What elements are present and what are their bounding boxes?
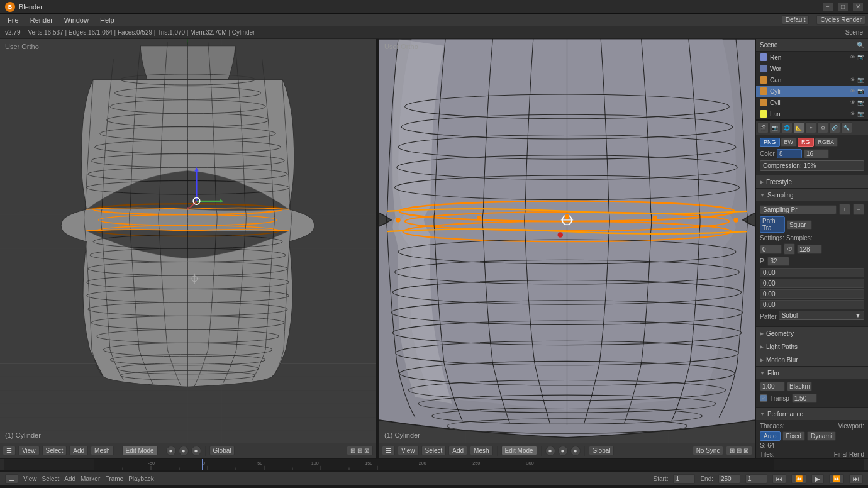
outliner-item-cyli1[interactable]: Cyli 👁 📷 xyxy=(756,86,868,97)
play-back-btn[interactable]: ⏪ xyxy=(791,474,806,484)
compression-btn[interactable]: Compression: 15% xyxy=(760,160,864,171)
play-forward-btn[interactable]: ⏩ xyxy=(829,474,844,484)
vp-right-mesh-btn[interactable]: Mesh xyxy=(470,446,492,455)
vp-left-circle1[interactable]: ● xyxy=(166,446,176,456)
vp-right-global-btn[interactable]: Global xyxy=(589,446,615,455)
vp-left-view-btn[interactable]: View xyxy=(18,446,40,455)
vp-right-icons-btn[interactable]: ⊞ ⊟ ⊠ xyxy=(726,446,752,455)
statusbar-select[interactable]: Select xyxy=(42,475,60,482)
vp-right-editmode-btn[interactable]: Edit Mode xyxy=(501,446,537,455)
sampling-header[interactable]: ▼ Sampling xyxy=(756,189,868,201)
film-transp-cb[interactable]: ✓ xyxy=(760,394,767,402)
sample-s1[interactable]: 0 xyxy=(760,245,782,254)
vp-right-c3[interactable]: ● xyxy=(570,446,581,456)
squar-btn[interactable]: Squar xyxy=(787,220,812,230)
props-tab-modifiers[interactable]: 🔧 xyxy=(841,122,852,133)
vp-right-view-btn[interactable]: View xyxy=(398,446,419,455)
sample-128[interactable]: 128 xyxy=(797,245,822,254)
outliner-item-ren[interactable]: Ren 👁 📷 xyxy=(756,52,868,63)
outliner-item-cyli2[interactable]: Cyli 👁 📷 xyxy=(756,97,868,108)
vp-right-c1[interactable]: ● xyxy=(545,446,555,456)
val-4[interactable]: 0.00 xyxy=(760,300,864,309)
p-value[interactable]: 32 xyxy=(767,257,789,266)
viewport-dynamic-btn[interactable]: Dynami xyxy=(807,431,836,441)
film-exposure[interactable]: 1.00 xyxy=(760,382,785,391)
val-2[interactable]: 0.00 xyxy=(760,279,864,288)
geometry-header[interactable]: ▶ Geometry xyxy=(756,327,868,340)
props-tab-object[interactable]: 📐 xyxy=(793,122,804,133)
play-jump-start-btn[interactable]: ⏮ xyxy=(772,474,786,484)
output-tab-rgba[interactable]: RGBA xyxy=(815,138,838,147)
threads-fixed-btn[interactable]: Fixed xyxy=(782,431,805,441)
statusbar-add[interactable]: Add xyxy=(64,475,75,482)
menu-item-window[interactable]: Window xyxy=(59,15,94,25)
minimize-button[interactable]: − xyxy=(823,3,833,11)
vp-left-select-btn[interactable]: Select xyxy=(42,446,67,455)
color-value2[interactable]: 16 xyxy=(804,149,829,158)
sampling-type-dropdown[interactable]: Sampling Pr xyxy=(760,205,837,214)
render-engine-dropdown[interactable]: Cycles Render xyxy=(816,15,865,25)
vp-right-menu-btn[interactable]: ☰ xyxy=(382,446,395,455)
vp-right-select-btn[interactable]: Select xyxy=(421,446,447,455)
play-btn[interactable]: ▶ xyxy=(811,474,824,484)
vp-left-circle2[interactable]: ● xyxy=(179,446,189,456)
outliner-item-can[interactable]: Can 👁 📷 xyxy=(756,74,868,86)
end-value[interactable]: 250 xyxy=(718,474,740,484)
vp-right-nosync-btn[interactable]: No Sync xyxy=(693,446,724,455)
vp-left-editmode-btn[interactable]: Edit Mode xyxy=(122,446,158,455)
statusbar-marker[interactable]: Marker xyxy=(81,475,100,482)
vp-right-add-btn[interactable]: Add xyxy=(448,446,467,455)
threads-auto-btn[interactable]: Auto xyxy=(760,431,781,441)
props-tab-physics[interactable]: ⚙ xyxy=(817,122,828,133)
light-paths-header[interactable]: ▶ Light Paths xyxy=(756,340,868,353)
vp-left-global-btn[interactable]: Global xyxy=(209,446,235,455)
color-value1[interactable]: 8 xyxy=(777,149,802,158)
right-viewport[interactable]: User Ortho xyxy=(379,39,755,458)
vp-left-menu-btn[interactable]: ☰ xyxy=(3,446,16,455)
props-tab-render[interactable]: 🎬 xyxy=(757,122,769,133)
pattern-dropdown[interactable]: Sobol ▼ xyxy=(779,311,864,320)
vp-left-mesh-btn[interactable]: Mesh xyxy=(91,446,113,455)
maximize-button[interactable]: □ xyxy=(838,3,848,11)
motion-blur-header[interactable]: ▶ Motion Blur xyxy=(756,353,868,366)
statusbar-playback[interactable]: Playback xyxy=(128,475,154,482)
current-frame[interactable]: 1 xyxy=(745,474,767,484)
val-1[interactable]: 0.00 xyxy=(760,268,864,277)
play-jump-end-btn[interactable]: ⏭ xyxy=(849,474,863,484)
statusbar-menu-btn[interactable]: ☰ xyxy=(5,474,18,484)
props-tab-scene[interactable]: 📷 xyxy=(769,122,781,133)
output-tab-rg[interactable]: RG xyxy=(798,138,814,147)
output-tab-png[interactable]: PNG xyxy=(760,138,780,147)
output-tab-bw[interactable]: BW xyxy=(781,138,798,147)
sample-clock[interactable]: ⏱ xyxy=(784,243,795,255)
menu-item-file[interactable]: File xyxy=(3,15,24,25)
props-tab-particles[interactable]: ✦ xyxy=(805,122,816,133)
performance-header[interactable]: ▼ Performance xyxy=(756,408,868,420)
film-transp-val[interactable]: 1.50 xyxy=(792,394,817,403)
outliner-item-lan[interactable]: Lan 👁 📷 xyxy=(756,108,868,119)
freestyle-header[interactable]: ▶ Freestyle xyxy=(756,175,868,188)
vp-left-icons-btn[interactable]: ⊞ ⊟ ⊠ xyxy=(347,446,373,455)
start-value[interactable]: 1 xyxy=(673,474,695,484)
vp-left-add-btn[interactable]: Add xyxy=(69,446,88,455)
props-tab-constraints[interactable]: 🔗 xyxy=(829,122,840,133)
search-icon[interactable]: 🔍 xyxy=(857,42,864,48)
props-tab-world[interactable]: 🌐 xyxy=(781,122,793,133)
vp-right-c2[interactable]: ● xyxy=(558,446,568,456)
path-tra-btn[interactable]: Path Tra xyxy=(760,216,785,233)
menu-item-help[interactable]: Help xyxy=(95,15,120,25)
left-viewport[interactable]: User Ortho xyxy=(0,39,377,458)
film-blackm[interactable]: Blackm xyxy=(787,382,812,391)
vp-left-circle3[interactable]: ● xyxy=(191,446,201,456)
layout-dropdown[interactable]: Default xyxy=(782,15,810,25)
timeline-ruler[interactable]: -50 0 50 100 150 200 250 300 xyxy=(4,459,864,470)
close-button[interactable]: ✕ xyxy=(853,3,863,11)
val-3[interactable]: 0.00 xyxy=(760,289,864,299)
sampling-remove-btn[interactable]: − xyxy=(853,204,864,215)
menu-item-render[interactable]: Render xyxy=(25,15,58,25)
outliner-item-wor[interactable]: Wor xyxy=(756,63,868,74)
sampling-add-btn[interactable]: + xyxy=(839,204,850,215)
statusbar-frame[interactable]: Frame xyxy=(105,475,123,482)
statusbar-view[interactable]: View xyxy=(23,475,37,482)
film-header[interactable]: ▼ Film xyxy=(756,367,868,379)
